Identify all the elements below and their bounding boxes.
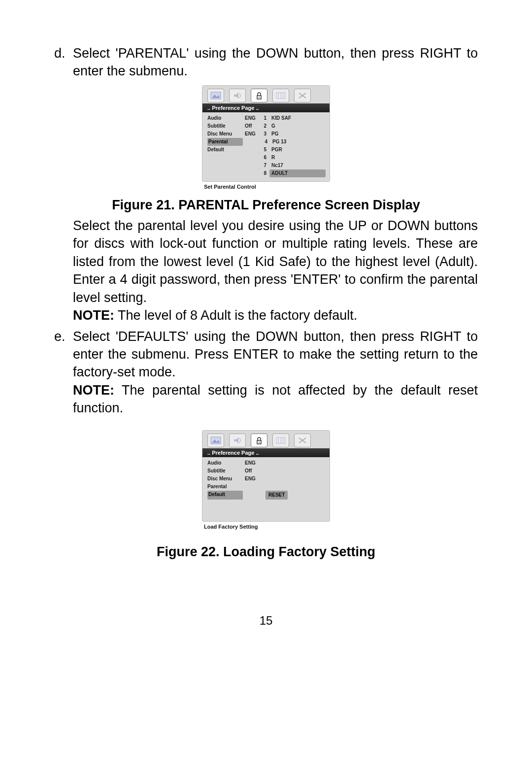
osd-footer: Load Factory Setting (202, 522, 330, 530)
menu-discmenu-val: ENG (245, 475, 259, 483)
menu-subtitle-val: Off (245, 467, 259, 475)
step-d-note-label: NOTE: (73, 308, 114, 323)
osd-body: Audio ENG Subtitle Off Disc Menu ENG Par… (202, 457, 330, 521)
step-e-marker: e. (54, 328, 73, 417)
osd-title-bar: .. Preference Page .. (202, 103, 330, 112)
settings-tab-icon (272, 89, 289, 102)
figure-22-caption: Figure 22. Loading Factory Setting (54, 544, 478, 560)
menu-audio-val: ENG (245, 114, 259, 122)
rating-num: 8 (262, 169, 266, 177)
picture-tab-icon (207, 89, 224, 102)
svg-point-13 (259, 441, 260, 442)
step-e-note-label: NOTE: (73, 383, 114, 398)
rating-label: PG 13 (270, 138, 326, 146)
reset-option: RESET (266, 491, 288, 500)
menu-subtitle: Subtitle (207, 122, 242, 130)
step-d-intro: Select 'PARENTAL' using the DOWN button,… (73, 44, 478, 80)
menu-parental: Parental (207, 138, 243, 146)
figure-21-caption: Figure 21. PARENTAL Preference Screen Di… (54, 198, 478, 213)
preference-tab-icon (251, 89, 267, 102)
rating-label: G (269, 122, 326, 130)
rating-label: PG (269, 130, 326, 138)
figure-22: .. Preference Page .. Audio ENG Subtitle… (54, 430, 478, 530)
rating-num: 7 (262, 162, 266, 169)
rating-label: ADULT (269, 169, 326, 177)
step-d: d. Select 'PARENTAL' using the DOWN butt… (54, 44, 478, 80)
osd-footer: Set Parental Control (202, 182, 330, 190)
rating-label: KID SAF (269, 114, 326, 122)
menu-default: Default (207, 146, 242, 154)
step-e-intro: Select 'DEFAULTS' using the DOWN button,… (73, 329, 478, 380)
figure-21: .. Preference Page .. Audio ENG 1 KID SA… (54, 85, 478, 190)
close-tab-icon (294, 434, 311, 447)
osd-tab-bar (202, 86, 330, 103)
svg-point-3 (259, 97, 260, 98)
rating-label: R (269, 154, 326, 162)
menu-discmenu: Disc Menu (207, 130, 242, 138)
picture-tab-icon (207, 434, 224, 447)
step-d-desc: Select the parental level you desire usi… (73, 218, 478, 305)
rating-num: 1 (262, 114, 266, 122)
settings-tab-icon (272, 434, 289, 447)
rating-label: PGR (269, 146, 326, 154)
menu-default: Default (207, 491, 243, 500)
document-page: d. Select 'PARENTAL' using the DOWN butt… (0, 0, 532, 647)
close-tab-icon (294, 89, 311, 102)
step-d-marker: d. (54, 44, 73, 80)
audio-tab-icon (229, 434, 246, 447)
menu-discmenu-val: ENG (245, 130, 259, 138)
step-e-note: The parental setting is not affected by … (73, 383, 478, 415)
audio-tab-icon (229, 89, 246, 102)
menu-parental: Parental (207, 483, 242, 491)
menu-subtitle: Subtitle (207, 467, 242, 475)
rating-label: Nc17 (269, 162, 326, 169)
osd-body: Audio ENG 1 KID SAF Subtitle Off 2 G Dis… (202, 112, 330, 181)
menu-audio: Audio (207, 459, 242, 467)
rating-num: 4 (263, 138, 267, 146)
osd-title-bar: .. Preference Page .. (202, 448, 330, 457)
osd-tab-bar (202, 431, 330, 448)
step-d-desc-wrap: Select the parental level you desire usi… (54, 217, 478, 325)
menu-subtitle-val: Off (245, 122, 259, 130)
rating-num: 6 (262, 154, 266, 162)
rating-num: 2 (262, 122, 266, 130)
menu-discmenu: Disc Menu (207, 475, 242, 483)
menu-audio-val: ENG (245, 459, 259, 467)
step-d-note: The level of 8 Adult is the factory defa… (114, 308, 357, 323)
rating-num: 3 (262, 130, 266, 138)
page-number: 15 (54, 614, 478, 628)
menu-audio: Audio (207, 114, 242, 122)
step-e: e. Select 'DEFAULTS' using the DOWN butt… (54, 328, 478, 417)
rating-num: 5 (262, 146, 266, 154)
preference-tab-icon (251, 434, 267, 447)
